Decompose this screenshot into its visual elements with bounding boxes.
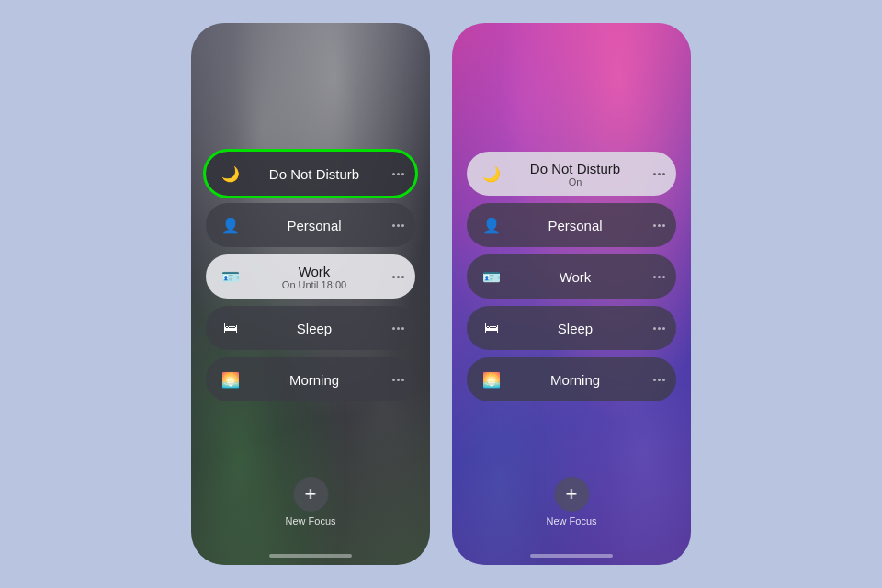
right-work-item[interactable]: 🪪 Work [467, 254, 676, 299]
left-dnd-icon: 🌙 [219, 162, 243, 186]
left-morning-item[interactable]: 🌅 Morning [206, 357, 415, 401]
right-work-dots[interactable] [653, 276, 665, 278]
left-work-label-stack: Work On Until 18:00 [243, 264, 386, 290]
right-morning-label: Morning [503, 372, 647, 388]
right-focus-list: 🌙 Do Not Disturb On 👤 Personal 🪪 [467, 152, 676, 401]
left-work-dots[interactable] [392, 276, 404, 278]
left-morning-label: Morning [243, 372, 386, 388]
right-sleep-dots[interactable] [653, 327, 665, 330]
left-morning-dots[interactable] [392, 379, 404, 381]
left-phone: 🌙 Do Not Disturb 👤 Personal 🪪 Work [191, 23, 430, 565]
right-dnd-label: Do Not Disturb [530, 161, 620, 176]
left-work-icon: 🪪 [219, 265, 243, 288]
right-sleep-item[interactable]: 🛏 Sleep [467, 306, 676, 350]
left-personal-icon: 👤 [219, 213, 243, 237]
right-new-focus-plus-icon: + [554, 477, 589, 512]
left-home-indicator [269, 554, 352, 558]
right-personal-icon: 👤 [480, 213, 503, 237]
left-sleep-label: Sleep [243, 321, 386, 336]
right-dnd-item[interactable]: 🌙 Do Not Disturb On [467, 152, 676, 196]
left-new-focus-label: New Focus [285, 515, 335, 526]
left-phone-background: 🌙 Do Not Disturb 👤 Personal 🪪 Work [191, 23, 430, 565]
left-work-label: Work [299, 264, 331, 279]
right-morning-dots[interactable] [653, 379, 665, 381]
right-new-focus-label: New Focus [546, 515, 596, 526]
right-new-focus-button[interactable]: + New Focus [546, 477, 596, 526]
right-dnd-sublabel: On [569, 176, 582, 187]
left-dnd-item[interactable]: 🌙 Do Not Disturb [206, 152, 415, 196]
left-personal-dots[interactable] [392, 224, 404, 227]
right-sleep-icon: 🛏 [480, 316, 503, 340]
right-dnd-label-stack: Do Not Disturb On [503, 161, 647, 187]
left-morning-icon: 🌅 [219, 368, 243, 391]
left-sleep-dots[interactable] [392, 327, 404, 330]
right-personal-item[interactable]: 👤 Personal [467, 203, 676, 247]
right-personal-label: Personal [503, 218, 647, 233]
left-dnd-dots[interactable] [392, 173, 404, 175]
left-work-sublabel: On Until 18:00 [282, 279, 346, 290]
left-dnd-label: Do Not Disturb [243, 166, 386, 182]
right-home-indicator [530, 554, 613, 558]
right-work-label: Work [503, 269, 647, 285]
left-focus-list: 🌙 Do Not Disturb 👤 Personal 🪪 Work [206, 152, 415, 401]
left-new-focus-plus-icon: + [293, 477, 328, 512]
left-personal-item[interactable]: 👤 Personal [206, 203, 415, 247]
right-dnd-dots[interactable] [653, 173, 665, 175]
right-dnd-icon: 🌙 [480, 162, 503, 186]
left-work-item[interactable]: 🪪 Work On Until 18:00 [206, 254, 415, 299]
left-sleep-icon: 🛏 [219, 316, 243, 340]
left-personal-label: Personal [243, 218, 386, 233]
right-phone: 🌙 Do Not Disturb On 👤 Personal 🪪 [452, 23, 691, 565]
right-personal-dots[interactable] [653, 224, 665, 227]
right-morning-item[interactable]: 🌅 Morning [467, 357, 676, 401]
right-sleep-label: Sleep [503, 321, 647, 336]
left-sleep-item[interactable]: 🛏 Sleep [206, 306, 415, 350]
right-work-icon: 🪪 [480, 265, 503, 288]
right-phone-background: 🌙 Do Not Disturb On 👤 Personal 🪪 [452, 23, 691, 565]
left-new-focus-button[interactable]: + New Focus [285, 477, 335, 526]
right-morning-icon: 🌅 [480, 368, 503, 391]
